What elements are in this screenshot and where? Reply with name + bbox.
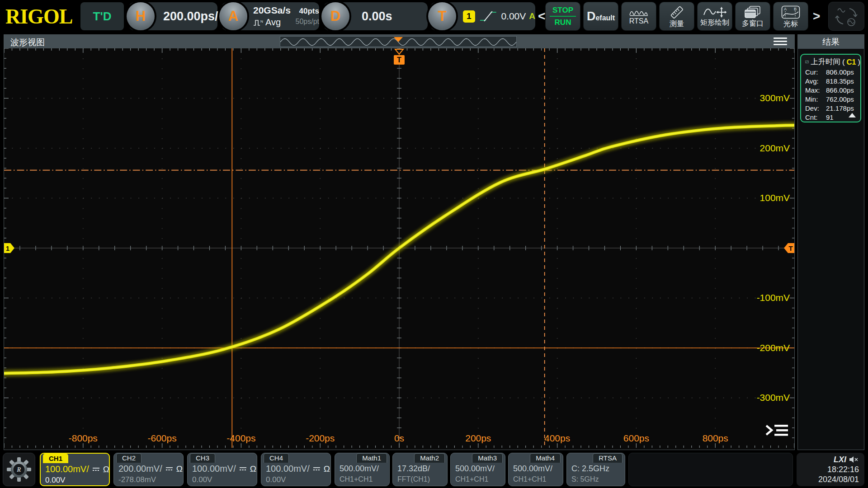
dc-coupling-icon — [239, 466, 247, 471]
timebase-overview-strip[interactable] — [280, 36, 517, 47]
acquisition-right-column: 40pts 50ps/pt — [293, 7, 319, 26]
multi-window-button-label: 多窗口 — [742, 19, 764, 27]
x-axis-tick-label: 800ps — [703, 433, 728, 443]
math-source: FFT(CH1) — [397, 475, 430, 483]
measurement-row-label: Cnt: — [805, 113, 826, 121]
settings-gear-button[interactable]: R — [3, 453, 35, 486]
trigger-coupling: A — [529, 11, 535, 21]
channel-card-ch2[interactable]: CH2200.00mV/Ω-278.08mV — [113, 453, 184, 486]
avg-step-icon: N — [253, 19, 263, 26]
delay-knob[interactable]: D — [321, 2, 349, 30]
acquisition-knob[interactable]: A — [219, 2, 247, 30]
measure-button[interactable]: 测量 — [659, 2, 694, 31]
rtsa-tab[interactable]: RTSA — [593, 453, 623, 463]
cursor-a-label: A — [784, 7, 787, 11]
trigger-knob[interactable]: T — [428, 2, 456, 30]
measurement-row: Avg:818.35ps — [805, 76, 860, 85]
x-axis-tick-label: -400ps — [226, 433, 255, 443]
horizontal-knob[interactable]: H — [127, 2, 155, 30]
rect-draw-button[interactable]: 矩形绘制 — [697, 2, 732, 31]
channel-card-ch4[interactable]: CH4100.00mV/Ω0.00V — [261, 453, 331, 486]
waveform-window-header[interactable]: 波形视图 — [4, 35, 794, 48]
collapse-caret-icon[interactable] — [849, 113, 856, 117]
trigger-level-value: 0.00V — [501, 11, 526, 22]
svg-text:1: 1 — [6, 244, 9, 252]
sample-rate: 20GSa/s — [253, 5, 291, 16]
rtsa-button[interactable]: RTSA — [621, 2, 656, 31]
acquisition-left-column: 20GSa/s N Avg — [253, 5, 291, 28]
measurement-row: Max:866.00ps — [805, 85, 860, 94]
x-axis-tick-label: 600ps — [623, 433, 649, 443]
x-axis-tick-label: 0s — [394, 433, 404, 443]
system-time: 18:22:16 — [827, 465, 859, 474]
toolbar-collapse-left-icon[interactable]: < — [538, 9, 545, 23]
channel-scale: 100.00mV/ — [45, 464, 89, 474]
multi-window-button[interactable]: 多窗口 — [735, 2, 770, 31]
x-axis-tick-label: 400ps — [544, 433, 570, 443]
math-source: CH1+CH1 — [340, 475, 373, 483]
channel-scale: 200.00mV/ — [118, 464, 162, 474]
svg-text:R: R — [16, 466, 21, 473]
x-axis-tick-label: 200ps — [465, 433, 491, 443]
rigol-logo: RIGOL — [5, 5, 72, 28]
channel-card-ch1[interactable]: CH1100.00mV/Ω0.00V — [40, 453, 110, 486]
math-tab[interactable]: Math2 — [414, 453, 445, 463]
measurement-row: Min:762.00ps — [805, 94, 860, 103]
measurement-row-label: Dev: — [805, 104, 826, 112]
y-axis-tick-label: 200mV — [760, 143, 790, 153]
x-axis-tick-label: -800ps — [69, 433, 98, 443]
run-label: RUN — [555, 18, 571, 27]
math-card-math3[interactable]: Math3500.00mV/CH1+CH1 — [450, 453, 505, 486]
toolbar-expand-right-icon[interactable]: > — [813, 9, 820, 23]
acquire-mode: N Avg — [253, 17, 291, 28]
measurement-row-value: 818.35ps — [826, 77, 854, 85]
channel-scale-row: 200.00mV/Ω — [118, 464, 183, 474]
gear-icon: R — [6, 456, 32, 483]
rtsa-card[interactable]: RTSAC: 2.5GHzS: 5GHz — [566, 453, 625, 486]
default-button[interactable]: Default — [583, 2, 618, 31]
channel-tab[interactable]: CH4 — [264, 453, 289, 463]
bottom-status-bar: R CH1100.00mV/Ω0.00VCH2200.00mV/Ω-278.08… — [0, 452, 868, 488]
waveform-window: 波形视图 -800ps-600ps-400ps-200ps0s200ps400p… — [4, 34, 795, 450]
speaker-muted-icon — [849, 456, 859, 463]
channel-tab[interactable]: CH2 — [116, 453, 142, 463]
measurement-card-rise-time[interactable]: 上升时间(C1) Cur:806.00psAvg:818.35psMax:866… — [800, 54, 861, 122]
measurement-name: 上升时间 — [811, 57, 840, 67]
window-menu-icon[interactable] — [774, 38, 787, 46]
channel-tab[interactable]: CH3 — [190, 453, 215, 463]
rtsa-button-label: RTSA — [629, 17, 648, 25]
channel-card-ch3[interactable]: CH3100.00mV/Ω0.00V — [187, 453, 257, 486]
math-card-math2[interactable]: Math217.32dB/FFT(CH1) — [392, 453, 448, 486]
impedance-icon: Ω — [250, 464, 256, 474]
math-card-math1[interactable]: Math1500.00mV/CH1+CH1 — [335, 453, 390, 486]
rtsa-wave-icon — [629, 8, 648, 16]
svg-text:N: N — [260, 19, 263, 23]
cursor-b-label: B — [794, 7, 797, 11]
math-source: CH1+CH1 — [513, 475, 546, 483]
cursor-button[interactable]: A B 光标 — [773, 2, 808, 31]
channel-offset: -278.08mV — [118, 475, 156, 484]
channel-scale-row: 100.00mV/Ω — [192, 464, 256, 474]
math-tab[interactable]: Math3 — [472, 453, 503, 463]
run-stop-button[interactable]: STOP RUN — [545, 2, 580, 31]
math-card-math4[interactable]: Math4500.00mV/CH1+CH1 — [508, 453, 563, 486]
math-tab[interactable]: Math1 — [356, 453, 387, 463]
oscilloscope-screen: RIGOL T'D 200.00ps/ H 20GSa/s N Avg 40pt… — [0, 0, 868, 488]
channel-tab[interactable]: CH1 — [43, 454, 68, 463]
svg-text:T: T — [788, 244, 793, 252]
measurement-row-label: Avg: — [805, 77, 826, 85]
memory-depth: 40pts — [299, 7, 319, 16]
sync-views-icon — [834, 6, 859, 27]
dc-coupling-icon — [165, 466, 173, 471]
sync-views-button[interactable] — [828, 2, 864, 31]
lxi-logo: LXI — [834, 455, 846, 465]
horizontal-scale-value: 200.00ps/ — [163, 9, 218, 23]
graticule[interactable]: -800ps-600ps-400ps-200ps0s200ps400ps600p… — [4, 48, 794, 448]
svg-text:T: T — [397, 56, 401, 64]
system-status-box[interactable]: LXI 18:22:16 2024/08/01 — [797, 453, 864, 486]
math-scale: 500.00mV/ — [513, 464, 552, 474]
impedance-icon: Ω — [103, 465, 109, 474]
measurement-row-value: 806.00ps — [826, 68, 854, 76]
channel-offset: 0.00V — [192, 475, 212, 484]
math-tab[interactable]: Math4 — [530, 453, 561, 463]
